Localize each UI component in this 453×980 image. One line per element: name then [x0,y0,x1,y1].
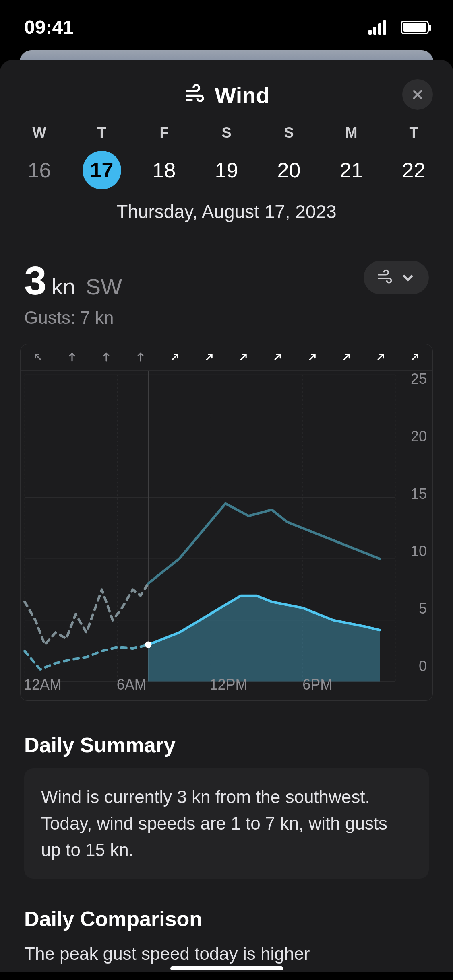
day-picker: W16T17F18S19S20M21T22 [0,124,453,198]
y-tick-label: 15 [411,486,427,502]
x-tick-label: 6PM [302,676,332,693]
wind-chart[interactable]: 2520151050 12AM6AM12PM6PM [20,344,433,701]
x-tick-label: 12AM [24,676,62,693]
wind-direction-arrow-icon [21,351,55,364]
day-column[interactable]: T17 [74,124,130,189]
wind-direction: SW [86,274,122,300]
svg-point-14 [145,642,151,648]
wind-direction-arrow-icon [55,351,89,364]
close-icon [410,87,425,102]
wind-direction-arrow-icon [227,351,261,364]
day-column[interactable]: S20 [261,124,317,189]
day-number: 19 [207,151,246,189]
wind-direction-arrow-icon [158,351,192,364]
close-button[interactable] [402,79,433,110]
wind-direction-arrow-icon [124,351,158,364]
battery-icon [401,21,429,34]
selected-date-label: Thursday, August 17, 2023 [0,198,453,237]
chevron-down-icon [399,269,417,286]
gusts-label: Gusts: 7 kn [24,304,122,328]
day-column[interactable]: F18 [136,124,192,189]
y-tick-label: 0 [411,658,427,675]
daily-summary-title: Daily Summary [24,733,429,757]
daily-comparison-title: Daily Comparison [24,907,429,931]
units-picker-button[interactable] [364,261,429,294]
y-tick-label: 20 [411,428,427,445]
wind-direction-arrow-icon [329,351,364,364]
day-number: 20 [270,151,308,189]
wind-direction-arrow-icon [364,351,398,364]
day-weekday-label: F [160,124,169,141]
wind-direction-arrow-icon [89,351,124,364]
day-weekday-label: S [221,124,231,141]
day-number: 21 [332,151,371,189]
day-column[interactable]: T22 [386,124,442,189]
wind-direction-arrow-icon [261,351,295,364]
sheet-title: Wind [215,82,269,108]
y-tick-label: 5 [411,600,427,617]
day-number: 17 [83,151,121,189]
day-weekday-label: S [284,124,294,141]
status-bar: 09:41 [0,0,453,50]
day-weekday-label: T [97,124,106,141]
day-column[interactable]: M21 [323,124,380,189]
wind-direction-arrows-row [21,344,432,371]
y-axis-ticks: 2520151050 [411,371,427,675]
status-time: 09:41 [24,16,74,38]
current-wind-row: 3 kn SW Gusts: 7 kn [0,237,453,340]
svg-marker-13 [148,596,380,682]
daily-comparison-body: The peak gust speed today is higher [24,942,429,964]
day-weekday-label: W [33,124,46,141]
home-indicator[interactable] [170,966,283,970]
wind-detail-sheet: Wind W16T17F18S19S20M21T22 Thursday, Aug… [0,60,453,972]
day-number: 22 [395,151,433,189]
current-wind-value: 3 kn SW [24,257,122,304]
y-tick-label: 10 [411,543,427,560]
day-weekday-label: M [345,124,358,141]
wind-plot: 2520151050 12AM6AM12PM6PM [21,371,432,700]
wind-speed-unit: kn [52,274,75,300]
wind-icon [376,269,393,286]
wind-direction-arrow-icon [192,351,226,364]
wind-speed-number: 3 [24,257,47,304]
x-axis-ticks: 12AM6AM12PM6PM [25,676,396,697]
cellular-icon [368,20,386,35]
x-tick-label: 12PM [210,676,248,693]
day-number: 16 [20,151,59,189]
wind-icon [183,83,206,107]
day-number: 18 [145,151,184,189]
daily-comparison-section: Daily Comparison The peak gust speed tod… [0,887,453,972]
y-tick-label: 25 [411,371,427,387]
x-tick-label: 6AM [117,676,147,693]
daily-summary-card: Wind is currently 3 kn from the southwes… [24,768,429,879]
daily-summary-section: Daily Summary Wind is currently 3 kn fro… [0,713,453,887]
day-column[interactable]: S19 [199,124,255,189]
status-indicators [368,16,429,38]
day-column[interactable]: W16 [11,124,68,189]
day-weekday-label: T [410,124,418,141]
wind-direction-arrow-icon [398,351,432,364]
wind-direction-arrow-icon [295,351,329,364]
sheet-header: Wind [0,60,453,124]
